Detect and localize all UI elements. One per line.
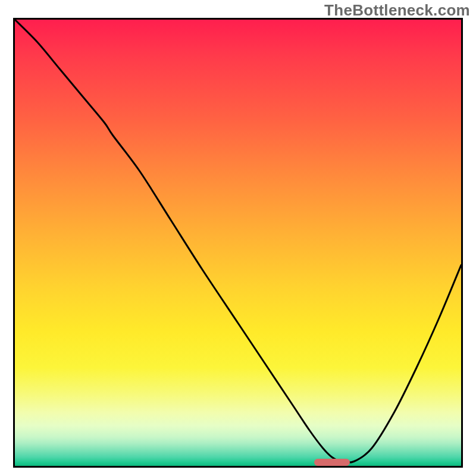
plot-inner xyxy=(15,20,461,466)
curve-path xyxy=(15,20,461,462)
watermark-text: TheBottleneck.com xyxy=(324,1,470,20)
curve-svg xyxy=(15,20,461,466)
minimum-marker xyxy=(314,459,350,466)
chart-stage: TheBottleneck.com xyxy=(0,0,476,476)
plot-frame xyxy=(13,18,463,468)
